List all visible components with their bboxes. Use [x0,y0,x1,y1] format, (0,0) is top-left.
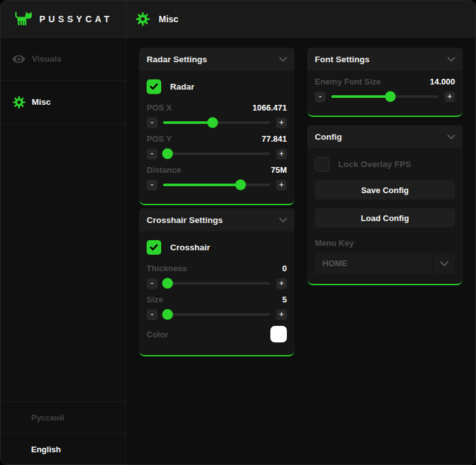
sidebar-item-misc[interactable]: Misc [1,81,126,124]
cat-logo-icon [13,10,32,27]
slider-thumb[interactable] [385,91,395,102]
brand-name: PUSSYCAT [39,14,112,24]
field-label: Distance [147,165,181,175]
gear-icon [136,12,150,26]
sidebar-item-label: Misc [32,97,51,107]
field-value: 14.000 [430,77,455,86]
radar-toggle[interactable]: Radar [147,79,287,94]
main-content: Radar Settings Radar POS X [126,37,475,465]
panel-radar-settings: Radar Settings Radar POS X [139,48,294,205]
app-window: PUSSYCAT Misc [0,0,476,465]
increment-button[interactable]: + [444,91,455,102]
checkbox-unchecked-icon[interactable] [315,157,329,172]
slider-group-distance: Distance 75M - + [147,165,287,191]
language-option-english[interactable]: English [1,433,126,465]
sidebar-item-visuals[interactable]: Visuals [1,37,126,81]
load-config-button[interactable]: Load Config [315,208,455,227]
slider-track[interactable] [163,121,270,124]
field-value: 77.841 [261,134,287,144]
menu-key-dropdown[interactable]: HOME [315,253,455,274]
slider-group-thickness: Thickness 0 - + [147,264,287,289]
slider-group-size: Size 5 - + [147,295,287,320]
dropdown-value[interactable]: HOME [315,253,432,274]
field-label: Size [147,295,163,304]
decrement-button[interactable]: - [315,91,326,102]
slider-thumb[interactable] [162,309,173,320]
panel-title: Radar Settings [147,55,207,64]
lock-overlay-fps-toggle[interactable]: Lock Overlay FPS [315,157,455,172]
increment-button[interactable]: + [276,309,287,320]
panel-font-header[interactable]: Font Settings [307,48,463,71]
brand: PUSSYCAT [1,1,126,37]
slider-group-pos-x: POS X 1066.471 - + [147,103,287,128]
increment-button[interactable]: + [276,149,287,159]
slider-fill [331,95,390,98]
menu-key-label: Menu Key [315,238,455,248]
field-label: POS X [147,103,172,112]
increment-button[interactable]: + [276,118,287,128]
crosshair-color-row: Color [147,326,287,342]
field-value: 75M [271,165,287,175]
dropdown-chevron-button[interactable] [433,253,455,274]
decrement-button[interactable]: - [147,278,157,289]
slider-track[interactable] [331,95,439,98]
panel-crosshair-settings: Crosshair Settings Crosshair Thic [139,208,294,356]
toggle-label: Crosshair [170,243,210,252]
decrement-button[interactable]: - [147,180,157,191]
page-title: Misc [159,14,178,24]
field-value: 1066.471 [253,103,287,112]
field-label: Enemy Font Size [315,77,381,86]
toggle-label: Lock Overlay FPS [338,159,411,169]
checkbox-checked-icon[interactable] [147,79,161,94]
field-label: Thickness [147,264,187,273]
decrement-button[interactable]: - [147,118,157,128]
field-value: 5 [282,295,287,304]
slider-thumb[interactable] [207,118,218,128]
decrement-button[interactable]: - [147,309,157,320]
slider-group-pos-y: POS Y 77.841 - + [147,134,287,159]
eye-icon [12,52,25,65]
panel-title: Crosshair Settings [147,215,223,225]
sidebar-item-label: Visuals [32,54,62,64]
slider-fill [163,121,213,124]
panel-title: Config [315,132,342,142]
field-label: Color [147,330,168,339]
panel-title: Font Settings [315,55,369,64]
slider-thumb[interactable] [162,149,173,159]
top-bar: PUSSYCAT Misc [1,1,475,37]
sidebar-spacer [1,124,126,401]
color-swatch[interactable] [270,326,287,342]
language-option-russian[interactable]: Русский [1,401,126,433]
chevron-down-icon[interactable] [447,135,455,139]
field-label: POS Y [147,134,172,144]
chevron-down-icon[interactable] [447,57,455,62]
field-value: 0 [282,264,287,273]
checkbox-checked-icon[interactable] [147,240,161,255]
decrement-button[interactable]: - [147,149,157,159]
gear-icon [12,95,25,109]
increment-button[interactable]: + [276,278,287,289]
increment-button[interactable]: + [276,180,287,191]
toggle-label: Radar [170,82,194,91]
slider-thumb[interactable] [235,180,246,191]
slider-thumb[interactable] [162,278,173,289]
chevron-down-icon[interactable] [279,57,287,62]
sidebar: Visuals [1,37,126,465]
slider-track[interactable] [163,282,270,285]
chevron-down-icon[interactable] [279,218,287,222]
panel-font-settings: Font Settings Enemy Font Size 14.000 - [307,48,463,117]
crosshair-toggle[interactable]: Crosshair [147,240,287,255]
slider-track[interactable] [163,313,270,316]
slider-track[interactable] [163,152,270,155]
panel-config: Config Lock Overlay FPS Save Config Load… [307,125,463,285]
slider-group-enemy-font-size: Enemy Font Size 14.000 - + [315,77,455,102]
page-header: Misc [126,1,178,37]
slider-fill [163,184,241,186]
save-config-button[interactable]: Save Config [315,180,455,199]
slider-track[interactable] [163,184,270,186]
panel-config-header[interactable]: Config [307,125,463,148]
panel-crosshair-header[interactable]: Crosshair Settings [139,208,294,231]
panel-radar-header[interactable]: Radar Settings [139,48,294,71]
